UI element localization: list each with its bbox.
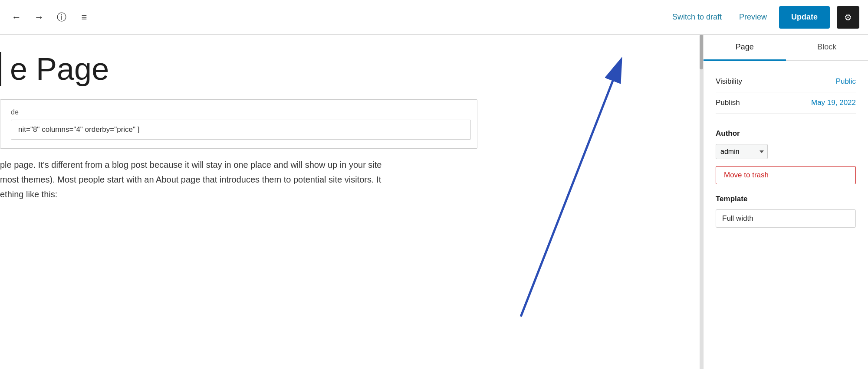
editor-body-text: ple page. It's different from a blog pos… xyxy=(0,157,477,202)
sidebar: Page Block Visibility Public Publish May… xyxy=(703,35,868,369)
sidebar-body: Visibility Public Publish May 19, 2022 A… xyxy=(704,61,868,369)
tab-block[interactable]: Block xyxy=(786,35,868,61)
template-input[interactable] xyxy=(716,209,856,228)
visibility-row: Visibility Public xyxy=(716,71,856,92)
visibility-label: Visibility xyxy=(716,77,742,86)
main-content: e Page de ple page. It's different from … xyxy=(0,35,868,369)
scrollbar-thumb[interactable] xyxy=(700,35,703,69)
shortcode-input[interactable] xyxy=(11,120,471,140)
editor-area: e Page de ple page. It's different from … xyxy=(0,35,700,369)
publish-value[interactable]: May 19, 2022 xyxy=(811,98,856,107)
author-select[interactable]: admin xyxy=(716,144,768,159)
page-title: e Page xyxy=(0,52,700,86)
shortcode-label: de xyxy=(11,108,467,116)
undo-button[interactable]: ← xyxy=(9,10,24,25)
shortcode-block: de xyxy=(0,99,477,149)
sidebar-tabs: Page Block xyxy=(704,35,868,61)
author-label: Author xyxy=(716,129,856,138)
toolbar: ← → ⓘ ≡ Switch to draft Preview Update ⚙ xyxy=(0,0,868,35)
template-label: Template xyxy=(716,195,856,203)
update-button[interactable]: Update xyxy=(779,6,830,29)
visibility-value[interactable]: Public xyxy=(836,77,856,86)
move-to-trash-button[interactable]: Move to trash xyxy=(716,166,856,184)
switch-to-draft-button[interactable]: Switch to draft xyxy=(667,9,727,25)
settings-button[interactable]: ⚙ xyxy=(837,6,859,29)
toolbar-left: ← → ⓘ ≡ xyxy=(9,10,92,25)
publish-row: Publish May 19, 2022 xyxy=(716,92,856,114)
toolbar-right: Switch to draft Preview Update ⚙ xyxy=(667,6,859,29)
tab-page[interactable]: Page xyxy=(704,35,786,61)
gear-icon: ⚙ xyxy=(844,12,852,23)
info-button[interactable]: ⓘ xyxy=(54,10,69,25)
author-section: Author admin xyxy=(716,114,856,159)
preview-button[interactable]: Preview xyxy=(734,9,772,25)
redo-button[interactable]: → xyxy=(31,10,47,25)
publish-label: Publish xyxy=(716,98,740,107)
scrollbar[interactable] xyxy=(700,35,703,369)
list-view-button[interactable]: ≡ xyxy=(76,10,92,25)
template-section: Template xyxy=(716,195,856,228)
